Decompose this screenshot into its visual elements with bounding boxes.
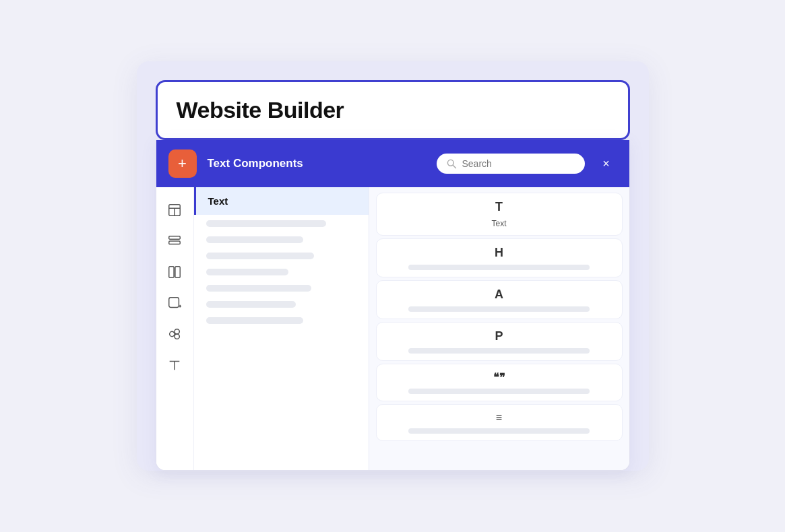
- component-card-heading[interactable]: H: [376, 238, 623, 277]
- component-icon-heading: H: [495, 246, 503, 260]
- component-icon-quote: ❝❞: [493, 371, 505, 384]
- skeleton-row: [206, 285, 311, 292]
- svg-point-14: [175, 334, 179, 339]
- app-window: + Text Components ×: [156, 140, 630, 471]
- add-element-icon: [167, 296, 182, 310]
- svg-line-1: [453, 165, 456, 168]
- panel-item-text[interactable]: Text: [194, 187, 369, 215]
- svg-rect-5: [169, 236, 181, 240]
- right-panel: T Text H A P: [369, 187, 629, 470]
- component-card-list[interactable]: ≡: [376, 404, 623, 441]
- component-icon-paragraph: P: [495, 329, 503, 343]
- component-icon-list: ≡: [496, 411, 502, 424]
- outer-card: Website Builder + Text Components ×: [137, 61, 649, 471]
- rows-icon: [167, 234, 182, 248]
- skeleton-row: [206, 220, 326, 227]
- skeleton-row: [206, 317, 304, 324]
- sidebar-item-effects[interactable]: [161, 321, 188, 347]
- search-icon: [446, 158, 457, 169]
- add-button[interactable]: +: [168, 149, 197, 178]
- sidebar: [156, 187, 194, 470]
- search-bar: [437, 154, 585, 174]
- main-content: Text T Text: [156, 187, 629, 470]
- skeleton-row: [206, 301, 296, 308]
- svg-rect-6: [169, 241, 181, 244]
- svg-rect-9: [169, 298, 179, 308]
- component-icon-text: T: [495, 200, 503, 214]
- panel-skeleton-rows: [194, 215, 369, 329]
- app-title: Website Builder: [177, 97, 609, 123]
- component-skel-heading: [408, 265, 590, 270]
- svg-rect-7: [169, 267, 174, 278]
- component-skel-paragraph: [408, 348, 590, 354]
- component-card-text[interactable]: T Text: [376, 193, 623, 236]
- close-icon: ×: [602, 157, 610, 171]
- component-skel-alpha: [408, 306, 590, 312]
- left-panel: Text: [194, 187, 369, 470]
- search-input[interactable]: [462, 158, 575, 169]
- component-skel-quote: [408, 389, 590, 394]
- text-icon: [167, 358, 182, 372]
- layout-icon: [167, 203, 182, 218]
- component-label-text: Text: [491, 219, 506, 228]
- skeleton-row: [206, 236, 304, 243]
- title-bar: Website Builder: [156, 80, 630, 140]
- component-card-quote[interactable]: ❝❞: [376, 364, 623, 401]
- svg-rect-8: [175, 267, 180, 278]
- section-title: Text Components: [208, 157, 426, 170]
- close-button[interactable]: ×: [596, 153, 617, 174]
- sidebar-item-add-element[interactable]: [161, 290, 188, 317]
- svg-point-12: [170, 331, 175, 336]
- component-skel-list: [408, 428, 590, 434]
- panel-item-text-label: Text: [208, 195, 228, 207]
- app-header: + Text Components ×: [156, 140, 629, 187]
- columns-icon: [167, 265, 182, 279]
- component-card-alpha[interactable]: A: [376, 280, 623, 319]
- sidebar-item-text[interactable]: [161, 352, 188, 378]
- sidebar-item-rows[interactable]: [161, 228, 188, 255]
- plus-icon: +: [178, 156, 187, 171]
- component-icon-alpha: A: [495, 288, 503, 302]
- sidebar-item-layout[interactable]: [161, 197, 188, 224]
- sidebar-item-columns[interactable]: [161, 259, 188, 286]
- effects-icon: [167, 327, 182, 341]
- component-card-paragraph[interactable]: P: [376, 322, 623, 361]
- svg-point-13: [175, 329, 179, 334]
- skeleton-row: [206, 253, 315, 259]
- svg-point-0: [447, 160, 453, 166]
- skeleton-row: [206, 269, 289, 275]
